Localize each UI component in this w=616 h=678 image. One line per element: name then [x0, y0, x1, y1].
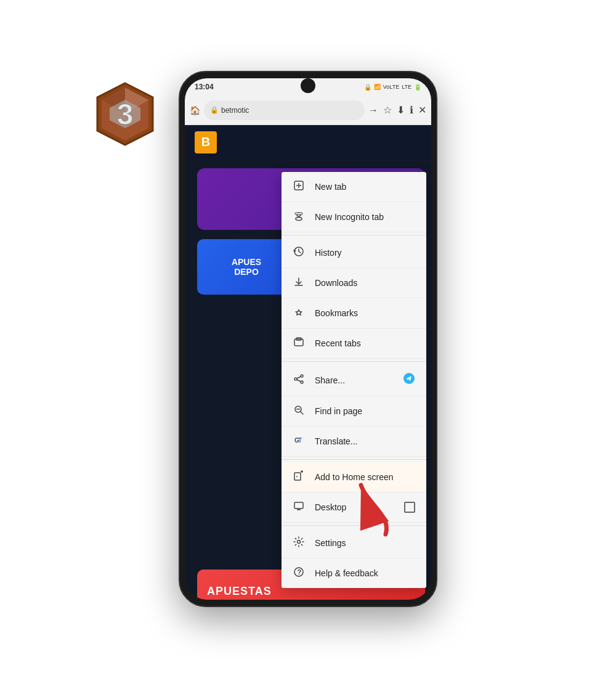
menu-item-downloads[interactable]: Downloads [282, 268, 426, 298]
info-icon[interactable]: ℹ [410, 104, 413, 116]
status-icons: 🔒 📶 VoLTE LTE 🔋 [364, 84, 421, 91]
svg-point-17 [301, 375, 303, 377]
apues-card[interactable]: APUES DEPO [197, 239, 296, 295]
apues-text-1: APUES [232, 257, 261, 267]
desktop-label: Desktop [315, 502, 394, 512]
history-label: History [315, 248, 415, 258]
site-header: B [185, 125, 431, 159]
incognito-label: New Incognito tab [315, 212, 415, 222]
step-badge: 3 [91, 80, 159, 148]
svg-text:?: ? [298, 568, 302, 576]
site-logo: B [195, 131, 217, 153]
desktop-checkbox[interactable] [404, 502, 415, 513]
svg-line-21 [297, 380, 301, 382]
settings-label: Settings [315, 538, 415, 548]
lock-icon: 🔒 [210, 106, 219, 114]
recent-tabs-icon [293, 337, 305, 350]
status-time: 13:04 [195, 83, 214, 91]
translate-label: Translate... [315, 436, 415, 446]
new-tab-icon [293, 180, 305, 194]
share-label: Share... [315, 375, 393, 385]
menu-item-recent-tabs[interactable]: Recent tabs [282, 329, 426, 359]
menu-item-history[interactable]: History [282, 238, 426, 268]
apues-text-2: DEPO [234, 267, 259, 277]
status-battery: 🔋 [414, 84, 421, 91]
svg-point-10 [296, 218, 302, 221]
downloads-label: Downloads [315, 278, 415, 288]
svg-point-34 [298, 541, 301, 544]
bookmarks-label: Bookmarks [315, 308, 415, 318]
url-box[interactable]: 🔒 betmotic [204, 100, 365, 120]
bookmarks-icon [293, 306, 305, 320]
help-label: Help & feedback [315, 568, 415, 578]
translate-icon: G T [293, 435, 305, 448]
menu-divider-1 [282, 235, 426, 235]
add-home-icon [293, 470, 305, 484]
website-content: B ‹ CRAS GAME APUES DEPO [185, 125, 431, 600]
svg-rect-31 [294, 502, 303, 508]
download-icon[interactable]: ⬇ [397, 104, 405, 116]
menu-item-help[interactable]: ? Help & feedback [282, 558, 426, 588]
share-icon [293, 374, 305, 387]
close-icon[interactable]: ✕ [418, 104, 426, 116]
recent-tabs-label: Recent tabs [315, 338, 415, 348]
help-icon: ? [293, 566, 305, 580]
menu-divider-4 [282, 525, 426, 526]
menu-divider-3 [282, 459, 426, 460]
home-icon[interactable]: 🏠 [190, 105, 200, 115]
status-lock-icon: 🔒 [364, 84, 371, 91]
find-icon [293, 404, 305, 418]
svg-marker-14 [296, 310, 302, 315]
menu-item-new-tab[interactable]: New tab [282, 172, 426, 202]
find-label: Find in page [315, 406, 415, 416]
menu-item-share[interactable]: Share... [282, 364, 426, 396]
scene: 3 13:04 🔒 📶 VoLTE LTE 🔋 🏠 [0, 0, 616, 678]
settings-icon [293, 536, 305, 550]
menu-item-settings[interactable]: Settings [282, 528, 426, 558]
address-bar: 🏠 🔒 betmotic → ☆ ⬇ ℹ ✕ [185, 96, 431, 125]
add-home-label: Add to Home screen [315, 472, 415, 482]
menu-item-desktop[interactable]: Desktop [282, 492, 426, 523]
menu-divider-2 [282, 361, 426, 362]
bookmark-star-icon[interactable]: ☆ [383, 104, 392, 116]
phone: 13:04 🔒 📶 VoLTE LTE 🔋 🏠 🔒 betmotic → [179, 71, 437, 607]
camera-notch [301, 78, 315, 93]
svg-line-24 [301, 412, 303, 414]
new-tab-label: New tab [315, 182, 415, 192]
incognito-icon [293, 210, 305, 224]
url-text: betmotic [221, 106, 249, 115]
menu-item-bookmarks[interactable]: Bookmarks [282, 298, 426, 329]
svg-text:T: T [298, 437, 302, 444]
telegram-icon [403, 372, 415, 388]
phone-screen: 13:04 🔒 📶 VoLTE LTE 🔋 🏠 🔒 betmotic → [185, 78, 431, 600]
desktop-icon [293, 500, 305, 514]
svg-text:3: 3 [117, 98, 134, 131]
apuestas-bottom-text: APUESTAS [207, 585, 272, 598]
status-signal: 📶 [374, 84, 381, 90]
svg-rect-25 [296, 409, 300, 410]
history-icon [293, 246, 305, 259]
menu-item-find-page[interactable]: Find in page [282, 396, 426, 427]
address-actions: → ☆ ⬇ ℹ ✕ [368, 104, 426, 116]
svg-rect-11 [295, 213, 302, 214]
forward-icon[interactable]: → [368, 105, 378, 116]
menu-item-incognito[interactable]: New Incognito tab [282, 202, 426, 232]
status-volte: VoLTE [383, 84, 399, 90]
downloads-icon [293, 276, 305, 290]
menu-item-add-home[interactable]: Add to Home screen [282, 462, 426, 492]
status-lte: LTE [402, 84, 411, 90]
menu-item-translate[interactable]: G T Translate... [282, 427, 426, 457]
svg-line-20 [297, 377, 301, 378]
context-menu: New tab New Incognito tab [282, 172, 426, 588]
svg-point-18 [294, 378, 297, 380]
svg-point-19 [301, 381, 303, 383]
